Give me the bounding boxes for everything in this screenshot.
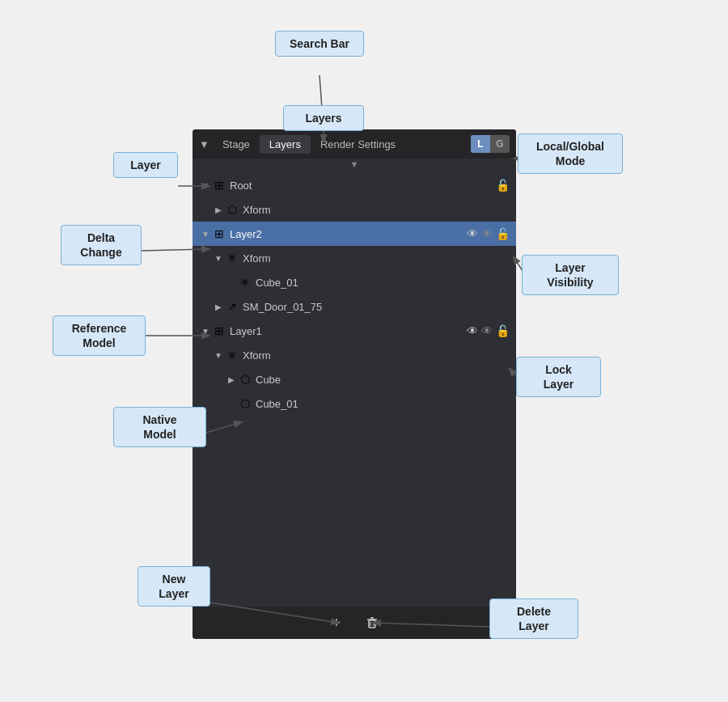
tree-row-layer2[interactable]: ▼ ⊞ Layer2 👁 👁 🔓 (193, 222, 516, 246)
lock-icon[interactable]: 🔓 (496, 324, 510, 337)
tree-row[interactable]: ▶ ↗ SM_Door_01_75 (193, 294, 516, 319)
eye-off-icon[interactable]: 👁 (481, 227, 493, 240)
search-bar-callout: Search Bar (275, 31, 364, 57)
box-icon: ⬡ (225, 202, 239, 217)
add-layer-button[interactable]: + (325, 611, 348, 634)
reference-model-callout: Reference Model (53, 315, 146, 356)
local-global-callout: Local/Global Mode (518, 133, 623, 174)
expand-root[interactable]: ▼ (199, 179, 212, 192)
expand-xform3[interactable]: ▼ (212, 349, 225, 362)
tab-layers[interactable]: Layers (260, 135, 311, 154)
layers-icon: ⊞ (212, 324, 226, 338)
layers-icon: ⊞ (212, 226, 226, 241)
layers-icon: ⊞ (212, 178, 226, 192)
bottom-toolbar: + (193, 607, 516, 639)
tab-stage[interactable]: Stage (213, 135, 260, 154)
tree-row[interactable]: ▼ ⊞ Root 🔓 (193, 173, 516, 197)
layer-tree: ▼ ⊞ Root 🔓 ▶ ⬡ Xform ▼ ⊞ Layer2 👁 👁 🔓 (193, 170, 516, 607)
cube-icon: ⬡ (238, 396, 252, 411)
svg-rect-0 (369, 620, 375, 628)
delete-layer-callout: Delete Layer (489, 598, 578, 639)
delete-layer-button[interactable] (361, 611, 383, 634)
filter-icon: ▼ (199, 138, 210, 150)
native-model-callout: Native Model (113, 407, 206, 447)
asterisk-icon: ✳ (225, 251, 239, 265)
delta-change-callout: Delta Change (61, 225, 142, 265)
lock-icon[interactable]: 🔓 (496, 179, 510, 192)
tree-row[interactable]: ▶ ⬡ Cube_01 (193, 391, 516, 416)
layer-visibility-callout: Layer Visibility (522, 255, 619, 295)
lock-layer-callout: Lock Layer (516, 357, 601, 397)
local-mode-btn[interactable]: L (471, 135, 490, 153)
eye-icon[interactable]: 👁 (467, 227, 478, 240)
eye-icon[interactable]: 👁 (467, 324, 478, 337)
main-panel: ▼ Stage Layers Render Settings L G ▼ ▼ ⊞… (193, 129, 516, 639)
cube-icon: ⬡ (238, 372, 252, 387)
tab-render-settings[interactable]: Render Settings (311, 135, 405, 154)
external-icon: ↗ (225, 299, 239, 314)
local-global-toggle[interactable]: L G (471, 135, 510, 153)
tab-indicator: ▼ (193, 159, 516, 170)
new-layer-callout: New Layer (138, 566, 210, 607)
global-mode-btn[interactable]: G (490, 135, 510, 153)
tab-bar: ▼ Stage Layers Render Settings L G (193, 129, 516, 159)
tree-row[interactable]: ▼ ✳ Xform (193, 343, 516, 367)
tree-row[interactable]: ▶ ⬡ Xform (193, 197, 516, 222)
expand-layer2[interactable]: ▼ (199, 227, 212, 240)
expand-smdoor[interactable]: ▶ (212, 300, 225, 313)
expand-xform1[interactable]: ▶ (212, 203, 225, 216)
expand-xform2[interactable]: ▼ (212, 252, 225, 264)
expand-cube[interactable]: ▶ (225, 373, 238, 386)
trash-icon (365, 615, 379, 630)
tree-row[interactable]: ▶ ⬡ Cube (193, 367, 516, 391)
expand-layer1[interactable]: ▼ (199, 324, 212, 337)
lock-icon[interactable]: 🔓 (496, 227, 510, 240)
asterisk-icon: ✳ (225, 348, 239, 362)
tree-row-layer1[interactable]: ▼ ⊞ Layer1 👁 👁 🔓 (193, 319, 516, 343)
tree-row[interactable]: ▶ ✳ Cube_01 (193, 270, 516, 294)
layer-callout: Layer (113, 152, 178, 178)
eye-off-icon[interactable]: 👁 (481, 324, 493, 337)
asterisk-icon: ✳ (238, 275, 252, 290)
tree-row[interactable]: ▼ ✳ Xform (193, 246, 516, 270)
layers-tab-callout: Layers (283, 105, 364, 131)
